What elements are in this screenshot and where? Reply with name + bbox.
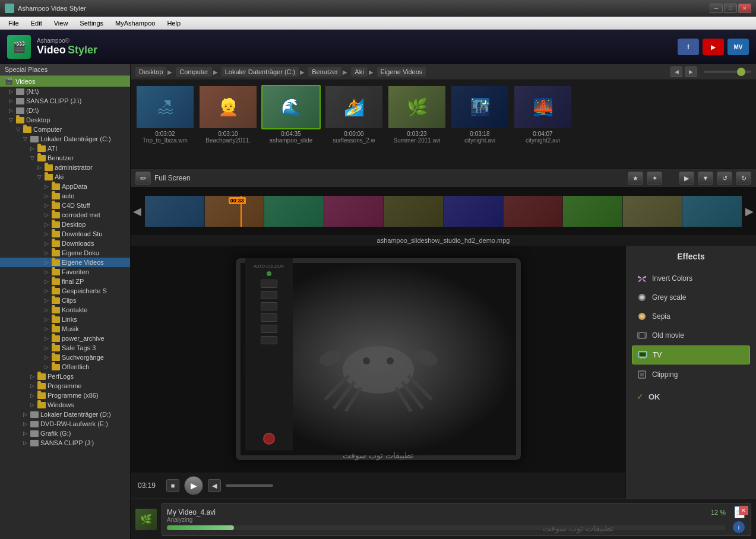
sidebar-item-perflogs[interactable]: ▷ PerfLogs: [0, 372, 130, 381]
effect-clipping[interactable]: Clipping: [632, 366, 750, 383]
menu-help[interactable]: Help: [161, 18, 186, 28]
pencil-tool-button[interactable]: ✏: [135, 172, 151, 185]
sidebar-item-windows[interactable]: ▷ Windows: [0, 400, 130, 410]
step-down-button[interactable]: ▼: [698, 172, 713, 185]
sidebar-item-drive-n[interactable]: ▷ (N:\): [0, 87, 130, 96]
thumbnail-item[interactable]: 🏄 0:00:00 surflessons_2.w: [324, 85, 384, 164]
special-places-tab[interactable]: Special Places: [0, 64, 130, 75]
sidebar-item-aki[interactable]: ▽ Aki: [0, 172, 130, 182]
menu-myashampoo[interactable]: MyAshampoo: [109, 18, 161, 28]
breadcrumb-text[interactable]: Lokaler Datenträger (C:): [222, 67, 299, 77]
tv-ctrl-btn3[interactable]: [261, 302, 277, 310]
menu-edit[interactable]: Edit: [25, 18, 48, 28]
tv-ctrl-btn4[interactable]: [261, 313, 277, 322]
sidebar-item-final-zp[interactable]: ▷ final ZP: [0, 277, 130, 286]
breadcrumb-aki[interactable]: Aki ▶: [351, 67, 374, 77]
sidebar-item-eigene-videos[interactable]: ▷ Eigene Videos: [0, 258, 130, 267]
info-button[interactable]: i: [733, 521, 745, 533]
effect-tv[interactable]: TV: [632, 345, 750, 364]
minimize-button[interactable]: ─: [710, 4, 723, 13]
sidebar-item-clips[interactable]: ▷ Clips: [0, 296, 130, 305]
facebook-button[interactable]: f: [678, 39, 699, 55]
thumbnail-item[interactable]: 🌃 0:03:18 citynight.avi: [450, 85, 510, 164]
sidebar-item-appdata[interactable]: ▷ AppData: [0, 182, 130, 191]
effect-sepia[interactable]: Sepia: [632, 307, 750, 325]
tv-ctrl-btn6[interactable]: [261, 336, 277, 344]
stop-button[interactable]: ■: [166, 479, 179, 492]
sidebar-item-auto[interactable]: ▷ auto: [0, 191, 130, 201]
rotate-left-button[interactable]: ↺: [717, 172, 732, 185]
prev-button[interactable]: ◀: [208, 479, 221, 492]
sidebar-item-eigene-doku[interactable]: ▷ Eigene Doku: [0, 248, 130, 258]
tv-ctrl-btn1[interactable]: [261, 280, 277, 288]
play-button[interactable]: ▶: [184, 476, 203, 495]
star-add-button[interactable]: ✦: [647, 172, 662, 185]
sidebar-item-downloads[interactable]: ▷ Downloads: [0, 239, 130, 248]
sidebar-item-download-stu[interactable]: ▷ Download Stu: [0, 229, 130, 239]
sidebar-item-musik[interactable]: ▷ Musik: [0, 324, 130, 334]
sidebar-item-grafik[interactable]: ▷ Grafik (G:): [0, 429, 130, 438]
timeline-scroll-left[interactable]: ◀: [133, 205, 141, 218]
sidebar-item-c4d[interactable]: ▷ C4D Stuff: [0, 201, 130, 210]
breadcrumb-benutzer[interactable]: Benutzer ▶: [308, 67, 349, 77]
effect-old-movie[interactable]: Old movie: [632, 326, 750, 344]
sidebar-item-favoriten[interactable]: ▷ Favoriten: [0, 267, 130, 277]
breadcrumb-desktop[interactable]: Desktop ▶: [135, 67, 173, 77]
sidebar-item-desktop2[interactable]: ▷ Desktop: [0, 220, 130, 229]
sidebar-item-programme-x86[interactable]: ▷ Programme (x86): [0, 391, 130, 400]
youtube-button[interactable]: ▶: [703, 39, 724, 55]
sidebar-item-programme[interactable]: ▷ Programme: [0, 381, 130, 391]
breadcrumb-text[interactable]: Eigene Videos: [377, 67, 426, 77]
nav-forward-button[interactable]: ▶: [685, 66, 697, 77]
sidebar-item-sansa-j[interactable]: ▷ SANSA CLIPP (J:): [0, 438, 130, 448]
tv-ctrl-btn5[interactable]: [261, 325, 277, 333]
breadcrumb-text[interactable]: Computer: [176, 67, 211, 77]
rotate-right-button[interactable]: ↻: [736, 172, 751, 185]
sidebar-item-kontakte[interactable]: ▷ Kontakte: [0, 305, 130, 315]
play-step-button[interactable]: ▶: [679, 172, 694, 185]
maximize-button[interactable]: □: [724, 4, 737, 13]
sidebar-item-computer[interactable]: ▽ Computer: [0, 125, 130, 134]
menu-file[interactable]: File: [2, 18, 25, 28]
nav-back-button[interactable]: ◀: [670, 66, 682, 77]
sidebar-item-drive-d[interactable]: ▷ (D:\): [0, 106, 130, 115]
sidebar-item-drive-j[interactable]: ▷ SANSA CLIPP (J:\): [0, 96, 130, 106]
sidebar-item-suchvorgaenge[interactable]: ▷ Suchvorgänge: [0, 353, 130, 362]
sidebar-item-desktop[interactable]: ▽ Desktop: [0, 115, 130, 125]
tv-red-btn[interactable]: [263, 433, 275, 445]
sidebar-item-oeffentlich[interactable]: ▷ Öffentlich: [0, 362, 130, 372]
breadcrumb-drive-c[interactable]: Lokaler Datenträger (C:) ▶: [222, 67, 306, 77]
breadcrumb-eigene-videos[interactable]: Eigene Videos: [377, 67, 426, 77]
star-button[interactable]: ★: [628, 172, 643, 185]
breadcrumb-text[interactable]: Benutzer: [308, 67, 341, 77]
sidebar-item-benutzer[interactable]: ▽ Benutzer: [0, 153, 130, 163]
menu-view[interactable]: View: [48, 18, 74, 28]
sidebar-item-links[interactable]: ▷ Links: [0, 315, 130, 324]
thumbnail-item[interactable]: 🌉 0:04:07 citynight2.avi: [513, 85, 572, 164]
breadcrumb-text[interactable]: Aki: [351, 67, 367, 77]
mv-button[interactable]: MV: [727, 39, 749, 55]
zoom-slider-thumb[interactable]: [737, 68, 745, 76]
menu-settings[interactable]: Settings: [74, 18, 109, 28]
close-button[interactable]: ✕: [738, 4, 751, 13]
timeline-scroll-right[interactable]: ▶: [745, 205, 754, 218]
thumbnail-item[interactable]: 🏖 0:03:02 Trip_to_Ibiza.wm: [135, 85, 195, 164]
sidebar-item-administrator[interactable]: ▷ administrator: [0, 163, 130, 172]
effect-grey-scale[interactable]: Grey scale: [632, 288, 750, 306]
sidebar-item-ati[interactable]: ▷ ATI: [0, 144, 130, 153]
thumbnail-item[interactable]: 👱 0:03:10 Beachparty2011.: [198, 85, 258, 164]
sidebar-item-gespeicherte[interactable]: ▷ Gespeicherte S: [0, 286, 130, 296]
sidebar-item-corroded[interactable]: ▷ corroded met: [0, 210, 130, 220]
sidebar-item-dvd[interactable]: ▷ DVD-RW-Laufwerk (E:): [0, 419, 130, 429]
thumbnail-item[interactable]: 🌿 0:03:23 Summer-2011.avi: [387, 85, 447, 164]
sidebar-item-drive-c[interactable]: ▽ Lokaler Datenträger (C:): [0, 134, 130, 144]
progress-close-button[interactable]: ✕: [739, 506, 748, 515]
ok-button[interactable]: ✓ OK: [632, 388, 750, 405]
thumbnail-item[interactable]: 🌊 0:04:35 ashampoo_slide: [261, 85, 321, 164]
sidebar-item-power-archive[interactable]: ▷ power_archive: [0, 334, 130, 343]
videos-tab[interactable]: 🎬 Videos: [0, 75, 130, 87]
volume-slider[interactable]: [226, 484, 273, 487]
breadcrumb-text[interactable]: Desktop: [135, 67, 166, 77]
tv-ctrl-btn2[interactable]: [261, 291, 277, 299]
sidebar-item-sale-tags[interactable]: ▷ Sale Tags 3: [0, 343, 130, 353]
